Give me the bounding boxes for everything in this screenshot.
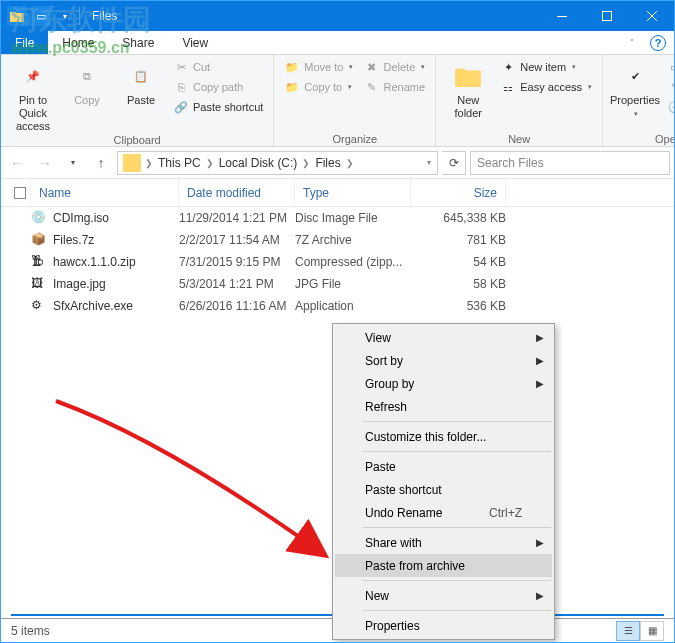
maximize-button[interactable]: [584, 1, 629, 31]
file-row[interactable]: 🖼Image.jpg5/3/2014 1:21 PMJPG File58 KB: [1, 273, 674, 295]
paste-shortcut-icon: 🔗: [173, 99, 189, 115]
context-customize-folder[interactable]: Customize this folder...: [335, 425, 552, 448]
chevron-right-icon[interactable]: ❯: [145, 158, 153, 168]
share-tab[interactable]: Share: [108, 31, 168, 54]
pin-to-quick-access-button[interactable]: 📌Pin to Quick access: [7, 58, 59, 133]
group-label: New: [442, 132, 596, 145]
refresh-button[interactable]: ⟳: [442, 151, 466, 175]
easy-access-button[interactable]: ⚏Easy access▾: [496, 78, 596, 96]
copy-path-button[interactable]: ⎘Copy path: [169, 78, 267, 96]
context-paste-shortcut[interactable]: Paste shortcut: [335, 478, 552, 501]
help-icon[interactable]: ?: [650, 35, 666, 51]
context-menu: View▶ Sort by▶ Group by▶ Refresh Customi…: [332, 323, 555, 640]
context-view[interactable]: View▶: [335, 326, 552, 349]
ribbon-group-organize: 📁Move to▾ 📁Copy to▾ ✖Delete▾ ✎Rename Org…: [274, 55, 436, 146]
cut-icon: ✂: [173, 59, 189, 75]
file-type: Disc Image File: [295, 211, 411, 225]
column-size[interactable]: Size: [411, 179, 506, 206]
easy-access-icon: ⚏: [500, 79, 516, 95]
up-button[interactable]: ↑: [89, 151, 113, 175]
edit-button[interactable]: ✎Edit: [663, 78, 675, 96]
home-tab[interactable]: Home: [48, 31, 108, 54]
delete-button[interactable]: ✖Delete▾: [359, 58, 429, 76]
file-row[interactable]: 🗜hawcx.1.1.0.zip7/31/2015 9:15 PMCompres…: [1, 251, 674, 273]
recent-locations-button[interactable]: ▾: [61, 151, 85, 175]
properties-qat-icon[interactable]: ▭: [31, 6, 51, 26]
folder-icon[interactable]: [7, 6, 27, 26]
context-undo-rename[interactable]: Undo RenameCtrl+Z: [335, 501, 552, 524]
file-name: SfxArchive.exe: [53, 299, 133, 313]
copy-to-button[interactable]: 📁Copy to▾: [280, 78, 357, 96]
new-item-button[interactable]: ✦New item▾: [496, 58, 596, 76]
cut-button[interactable]: ✂Cut: [169, 58, 267, 76]
file-size: 536 KB: [411, 299, 506, 313]
large-icons-view-button[interactable]: ▦: [640, 621, 664, 641]
open-button[interactable]: ▭Open▾: [663, 58, 675, 76]
submenu-arrow-icon: ▶: [536, 537, 544, 548]
navigation-bar: ← → ▾ ↑ ❯ This PC ❯ Local Disk (C:) ❯ Fi…: [1, 147, 674, 179]
forward-button[interactable]: →: [33, 151, 57, 175]
new-item-icon: ✦: [500, 59, 516, 75]
file-size: 781 KB: [411, 233, 506, 247]
title-bar: ▭ ▾ Files: [1, 1, 674, 31]
chevron-right-icon[interactable]: ❯: [302, 158, 310, 168]
details-view-button[interactable]: ☰: [616, 621, 640, 641]
new-folder-button[interactable]: New folder: [442, 58, 494, 120]
move-to-button[interactable]: 📁Move to▾: [280, 58, 357, 76]
qat-dropdown-icon[interactable]: ▾: [55, 6, 75, 26]
address-bar[interactable]: ❯ This PC ❯ Local Disk (C:) ❯ Files ❯ ▾: [117, 151, 438, 175]
breadcrumb-thispc[interactable]: This PC: [154, 156, 205, 170]
file-date: 2/2/2017 11:54 AM: [179, 233, 295, 247]
chevron-right-icon[interactable]: ❯: [346, 158, 354, 168]
properties-button[interactable]: ✔Properties▾: [609, 58, 661, 120]
view-tab[interactable]: View: [168, 31, 222, 54]
ribbon-collapse-icon[interactable]: ˄: [622, 31, 642, 54]
file-type: Compressed (zipp...: [295, 255, 411, 269]
rename-button[interactable]: ✎Rename: [359, 78, 429, 96]
context-paste-from-archive[interactable]: Paste from archive: [335, 554, 552, 577]
context-share-with[interactable]: Share with▶: [335, 531, 552, 554]
paste-button[interactable]: 📋Paste: [115, 58, 167, 107]
group-label: Open: [609, 132, 675, 145]
file-size: 54 KB: [411, 255, 506, 269]
submenu-arrow-icon: ▶: [536, 332, 544, 343]
file-date: 5/3/2014 1:21 PM: [179, 277, 295, 291]
file-date: 11/29/2014 1:21 PM: [179, 211, 295, 225]
column-date[interactable]: Date modified: [179, 179, 295, 206]
window-controls: [539, 1, 674, 31]
properties-icon: ✔: [619, 60, 651, 92]
column-name[interactable]: Name: [31, 179, 179, 206]
breadcrumb-drive[interactable]: Local Disk (C:): [215, 156, 302, 170]
file-type: JPG File: [295, 277, 411, 291]
file-type: 7Z Archive: [295, 233, 411, 247]
history-button[interactable]: 🕘History: [663, 98, 675, 116]
context-properties[interactable]: Properties: [335, 614, 552, 637]
close-button[interactable]: [629, 1, 674, 31]
file-row[interactable]: ⚙SfxArchive.exe6/26/2016 11:16 AMApplica…: [1, 295, 674, 317]
context-sort-by[interactable]: Sort by▶: [335, 349, 552, 372]
column-type[interactable]: Type: [295, 179, 411, 206]
ribbon-tabs: File Home Share View ˄ ?: [1, 31, 674, 55]
context-separator: [363, 610, 551, 611]
file-tab[interactable]: File: [1, 31, 48, 54]
file-row[interactable]: 💿CDImg.iso11/29/2014 1:21 PMDisc Image F…: [1, 207, 674, 229]
address-dropdown-icon[interactable]: ▾: [423, 158, 435, 167]
select-all-checkbox[interactable]: [9, 179, 31, 206]
edit-icon: ✎: [667, 79, 675, 95]
file-row[interactable]: 📦Files.7z2/2/2017 11:54 AM7Z Archive781 …: [1, 229, 674, 251]
minimize-button[interactable]: [539, 1, 584, 31]
context-new[interactable]: New▶: [335, 584, 552, 607]
context-refresh[interactable]: Refresh: [335, 395, 552, 418]
search-input[interactable]: Search Files: [470, 151, 670, 175]
breadcrumb-folder[interactable]: Files: [311, 156, 344, 170]
copy-button[interactable]: ⧉Copy: [61, 58, 113, 107]
context-paste[interactable]: Paste: [335, 455, 552, 478]
new-folder-icon: [452, 60, 484, 92]
view-toggle: ☰ ▦: [616, 621, 664, 641]
back-button[interactable]: ←: [5, 151, 29, 175]
file-icon: 💿: [31, 210, 47, 226]
context-group-by[interactable]: Group by▶: [335, 372, 552, 395]
file-name: CDImg.iso: [53, 211, 109, 225]
chevron-right-icon[interactable]: ❯: [206, 158, 214, 168]
paste-shortcut-button[interactable]: 🔗Paste shortcut: [169, 98, 267, 116]
